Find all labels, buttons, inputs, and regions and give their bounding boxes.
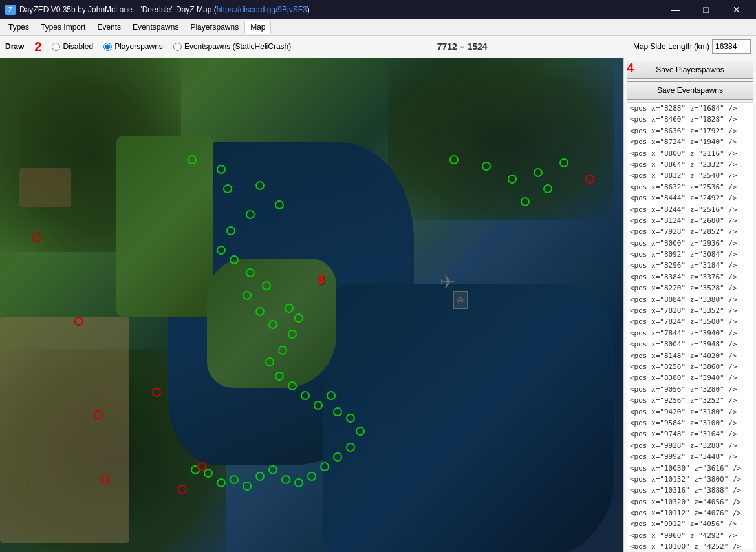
pos-item-37[interactable]: <pos x="9912" z="4056" /> <box>627 518 753 529</box>
green-marker-19[interactable] <box>274 370 283 379</box>
green-marker-1[interactable] <box>215 164 224 173</box>
maximize-button[interactable]: □ <box>691 3 720 16</box>
green-marker-46[interactable] <box>519 196 528 205</box>
menu-types-import[interactable]: Types Import <box>35 21 91 34</box>
green-marker-4[interactable] <box>274 199 283 208</box>
green-marker-43[interactable] <box>532 167 541 176</box>
pos-item-22[interactable]: <pos x="8148" z="4020" /> <box>627 350 753 361</box>
pos-item-21[interactable]: <pos x="8004" z="3948" /> <box>627 339 753 350</box>
pos-item-9[interactable]: <pos x="8244" z="2516" /> <box>627 204 753 215</box>
radio-playerspawns-input[interactable] <box>103 43 112 51</box>
pos-item-11[interactable]: <pos x="7928" z="2852" /> <box>627 226 753 237</box>
green-marker-32[interactable] <box>280 474 289 483</box>
pos-item-25[interactable]: <pos x="9056" z="3280" /> <box>627 384 753 395</box>
green-marker-26[interactable] <box>354 425 363 434</box>
save-playerspawns-button[interactable]: Save Playerspawns <box>627 61 753 79</box>
pos-item-28[interactable]: <pos x="9584" z="3100" /> <box>627 418 753 429</box>
close-button[interactable]: ✕ <box>722 3 751 16</box>
green-marker-3[interactable] <box>254 180 263 189</box>
pos-item-39[interactable]: <pos x="10100" z="4252" /> <box>627 541 753 549</box>
pos-list-container[interactable]: <pos x="8288" z="1684" /><pos x="8460" z… <box>627 102 753 549</box>
green-marker-20[interactable] <box>286 380 296 389</box>
green-marker-9[interactable] <box>244 267 254 276</box>
green-marker-31[interactable] <box>293 477 302 486</box>
map-area[interactable]: ✈ ⊕ 3 <box>0 58 623 552</box>
green-marker-15[interactable] <box>293 312 302 321</box>
red-marker-2[interactable] <box>92 409 102 418</box>
green-marker-18[interactable] <box>264 356 273 365</box>
pos-item-0[interactable]: <pos x="8288" z="1684" /> <box>627 103 753 114</box>
green-marker-23[interactable] <box>325 390 334 399</box>
green-marker-45[interactable] <box>542 183 551 192</box>
green-marker-30[interactable] <box>306 471 315 480</box>
pos-item-14[interactable]: <pos x="8296" z="3184" /> <box>627 260 753 271</box>
radio-playerspawns-label[interactable]: Playerspawns <box>114 42 163 51</box>
green-marker-27[interactable] <box>345 441 354 451</box>
pos-item-7[interactable]: <pos x="8632" z="2536" /> <box>627 182 753 193</box>
green-marker-13[interactable] <box>267 319 276 328</box>
pos-item-30[interactable]: <pos x="9928" z="3288" /> <box>627 440 753 451</box>
red-marker-3[interactable] <box>151 387 160 396</box>
green-marker-21[interactable] <box>299 390 308 399</box>
red-marker-4[interactable] <box>99 474 108 483</box>
pos-item-36[interactable]: <pos x="10112" z="4076" /> <box>627 507 753 518</box>
green-marker-5[interactable] <box>244 209 254 218</box>
minimize-button[interactable]: — <box>661 3 690 16</box>
pos-item-1[interactable]: <pos x="8460" z="1828" /> <box>627 114 753 125</box>
menu-playerspawns[interactable]: Playerspawns <box>184 21 244 34</box>
green-marker-37[interactable] <box>215 477 224 486</box>
green-marker-7[interactable] <box>215 244 224 253</box>
green-marker-11[interactable] <box>241 290 250 299</box>
green-marker-36[interactable] <box>228 474 237 483</box>
menu-types[interactable]: Types <box>3 21 35 34</box>
red-marker-1[interactable] <box>73 315 82 324</box>
pos-item-3[interactable]: <pos x="8724" z="1940" /> <box>627 136 753 147</box>
pos-item-34[interactable]: <pos x="10316" z="3888" /> <box>627 485 753 496</box>
red-marker-7[interactable] <box>584 173 593 182</box>
green-marker-40[interactable] <box>448 154 457 163</box>
green-marker-16[interactable] <box>286 328 296 337</box>
pos-item-5[interactable]: <pos x="8864" z="2332" /> <box>627 159 753 170</box>
red-marker-0[interactable] <box>31 231 40 240</box>
pos-item-15[interactable]: <pos x="8384" z="3376" /> <box>627 271 753 282</box>
red-marker-6[interactable] <box>177 483 186 493</box>
green-marker-22[interactable] <box>312 399 321 409</box>
pos-item-29[interactable]: <pos x="9748" z="3164" /> <box>627 429 753 440</box>
pos-item-35[interactable]: <pos x="10320" z="4056" /> <box>627 496 753 507</box>
menu-eventspawns[interactable]: Eventspawns <box>127 21 184 34</box>
pos-item-12[interactable]: <pos x="8000" z="2936" /> <box>627 238 753 249</box>
green-marker-12[interactable] <box>254 306 263 315</box>
green-marker-28[interactable] <box>332 451 341 460</box>
radio-eventspawns-input[interactable] <box>173 43 182 51</box>
pos-item-27[interactable]: <pos x="9420" z="3180" /> <box>627 407 753 418</box>
green-marker-42[interactable] <box>506 173 515 182</box>
pos-item-24[interactable]: <pos x="8380" z="3940" /> <box>627 372 753 383</box>
green-marker-14[interactable] <box>283 303 292 312</box>
pos-item-4[interactable]: <pos x="8800" z="2116" /> <box>627 148 753 159</box>
green-marker-2[interactable] <box>222 183 231 192</box>
pos-item-26[interactable]: <pos x="9256" z="3252" /> <box>627 395 753 406</box>
save-eventspawns-button[interactable]: Save Eventspawns <box>627 81 753 100</box>
green-marker-24[interactable] <box>332 406 341 415</box>
map-side-length-input[interactable] <box>712 39 751 54</box>
pos-item-23[interactable]: <pos x="8256" z="3860" /> <box>627 361 753 372</box>
green-marker-35[interactable] <box>241 480 250 489</box>
green-marker-25[interactable] <box>345 412 354 421</box>
menu-map[interactable]: Map <box>244 21 271 34</box>
radio-disabled-label[interactable]: Disabled <box>63 42 93 51</box>
red-marker-5[interactable] <box>196 461 205 470</box>
pos-item-13[interactable]: <pos x="8092" z="3084" /> <box>627 249 753 260</box>
green-marker-17[interactable] <box>277 345 286 354</box>
pos-item-10[interactable]: <pos x="8124" z="2680" /> <box>627 215 753 226</box>
pos-item-20[interactable]: <pos x="7844" z="3940" /> <box>627 328 753 339</box>
pos-item-19[interactable]: <pos x="7824" z="3500" /> <box>627 316 753 327</box>
pos-item-16[interactable]: <pos x="8220" z="3528" /> <box>627 282 753 293</box>
pos-item-6[interactable]: <pos x="8832" z="2540" /> <box>627 170 753 181</box>
green-marker-33[interactable] <box>267 464 276 473</box>
radio-disabled-input[interactable] <box>52 43 60 51</box>
pos-item-32[interactable]: <pos x="10080" z="3616" /> <box>627 463 753 474</box>
green-marker-10[interactable] <box>261 280 270 289</box>
radio-eventspawns-label[interactable]: Eventspawns (StaticHeliCrash) <box>184 42 291 51</box>
green-marker-0[interactable] <box>186 154 195 163</box>
green-marker-29[interactable] <box>319 461 328 470</box>
